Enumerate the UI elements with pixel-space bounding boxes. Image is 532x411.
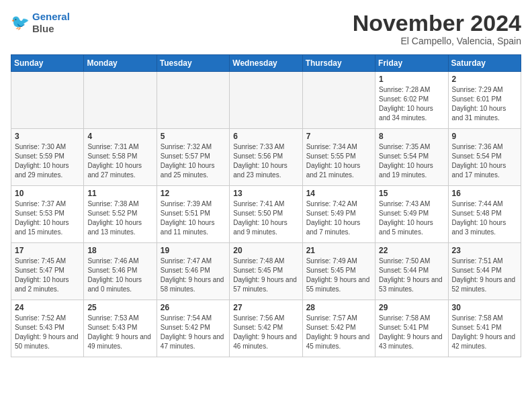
svg-text:🐦: 🐦	[11, 13, 30, 32]
calendar-week-row: 3Sunrise: 7:30 AMSunset: 5:59 PMDaylight…	[11, 129, 521, 186]
day-number: 9	[452, 132, 517, 141]
day-info: Sunrise: 7:30 AMSunset: 5:59 PMDaylight:…	[15, 142, 80, 180]
day-info: Sunrise: 7:36 AMSunset: 5:54 PMDaylight:…	[452, 142, 517, 180]
weekday-header-cell: Sunday	[11, 55, 84, 72]
calendar-cell: 6Sunrise: 7:33 AMSunset: 5:56 PMDaylight…	[230, 129, 302, 186]
day-number: 13	[233, 189, 298, 198]
calendar-cell: 17Sunrise: 7:45 AMSunset: 5:47 PMDayligh…	[11, 243, 84, 300]
day-number: 30	[452, 303, 517, 312]
day-number: 14	[306, 189, 371, 198]
day-number: 18	[87, 246, 152, 255]
month-title: November 2024	[353, 11, 521, 36]
day-info: Sunrise: 7:54 AMSunset: 5:42 PMDaylight:…	[161, 314, 226, 351]
calendar-cell: 9Sunrise: 7:36 AMSunset: 5:54 PMDaylight…	[448, 129, 521, 186]
day-info: Sunrise: 7:31 AMSunset: 5:58 PMDaylight:…	[87, 142, 152, 180]
day-info: Sunrise: 7:33 AMSunset: 5:56 PMDaylight:…	[233, 142, 298, 180]
day-number: 6	[233, 132, 298, 141]
day-number: 27	[233, 303, 298, 312]
calendar-cell: 29Sunrise: 7:58 AMSunset: 5:41 PMDayligh…	[375, 300, 448, 357]
day-info: Sunrise: 7:32 AMSunset: 5:57 PMDaylight:…	[161, 142, 226, 180]
calendar-week-row: 24Sunrise: 7:52 AMSunset: 5:43 PMDayligh…	[11, 300, 521, 357]
day-info: Sunrise: 7:47 AMSunset: 5:46 PMDaylight:…	[161, 257, 226, 294]
day-number: 29	[379, 303, 444, 312]
day-info: Sunrise: 7:49 AMSunset: 5:45 PMDaylight:…	[306, 257, 371, 294]
calendar-cell	[230, 72, 302, 129]
day-number: 17	[15, 246, 80, 255]
day-info: Sunrise: 7:58 AMSunset: 5:41 PMDaylight:…	[452, 314, 517, 351]
day-number: 20	[233, 246, 298, 255]
weekday-header-cell: Monday	[84, 55, 157, 72]
day-info: Sunrise: 7:45 AMSunset: 5:47 PMDaylight:…	[15, 257, 80, 294]
calendar-cell	[84, 72, 157, 129]
day-number: 22	[379, 246, 444, 255]
day-info: Sunrise: 7:58 AMSunset: 5:41 PMDaylight:…	[379, 314, 444, 351]
day-number: 1	[379, 75, 444, 84]
day-info: Sunrise: 7:35 AMSunset: 5:54 PMDaylight:…	[379, 142, 444, 180]
title-area: November 2024 El Campello, Valencia, Spa…	[353, 11, 521, 46]
day-info: Sunrise: 7:52 AMSunset: 5:43 PMDaylight:…	[15, 314, 80, 351]
logo-text: General Blue	[32, 11, 70, 35]
day-info: Sunrise: 7:41 AMSunset: 5:50 PMDaylight:…	[233, 199, 298, 237]
day-number: 7	[306, 132, 371, 141]
calendar-cell: 19Sunrise: 7:47 AMSunset: 5:46 PMDayligh…	[157, 243, 229, 300]
day-number: 4	[87, 132, 152, 141]
calendar-cell: 22Sunrise: 7:50 AMSunset: 5:44 PMDayligh…	[375, 243, 448, 300]
location-title: El Campello, Valencia, Spain	[353, 36, 521, 46]
calendar-cell: 18Sunrise: 7:46 AMSunset: 5:46 PMDayligh…	[84, 243, 157, 300]
calendar-cell: 4Sunrise: 7:31 AMSunset: 5:58 PMDaylight…	[84, 129, 157, 186]
calendar-cell	[302, 72, 375, 129]
calendar-cell: 26Sunrise: 7:54 AMSunset: 5:42 PMDayligh…	[157, 300, 229, 357]
day-info: Sunrise: 7:51 AMSunset: 5:44 PMDaylight:…	[452, 257, 517, 294]
day-number: 10	[15, 189, 80, 198]
calendar-body: 1Sunrise: 7:28 AMSunset: 6:02 PMDaylight…	[11, 72, 521, 357]
calendar-cell: 15Sunrise: 7:43 AMSunset: 5:49 PMDayligh…	[375, 186, 448, 243]
logo-icon: 🐦	[11, 13, 30, 32]
calendar-cell: 5Sunrise: 7:32 AMSunset: 5:57 PMDaylight…	[157, 129, 229, 186]
day-number: 21	[306, 246, 371, 255]
calendar-cell: 14Sunrise: 7:42 AMSunset: 5:49 PMDayligh…	[302, 186, 375, 243]
weekday-header-cell: Friday	[375, 55, 448, 72]
calendar-cell: 30Sunrise: 7:58 AMSunset: 5:41 PMDayligh…	[448, 300, 521, 357]
day-info: Sunrise: 7:56 AMSunset: 5:42 PMDaylight:…	[233, 314, 298, 351]
day-info: Sunrise: 7:57 AMSunset: 5:42 PMDaylight:…	[306, 314, 371, 351]
day-number: 24	[15, 303, 80, 312]
weekday-header-cell: Wednesday	[230, 55, 302, 72]
day-info: Sunrise: 7:37 AMSunset: 5:53 PMDaylight:…	[15, 199, 80, 237]
day-info: Sunrise: 7:38 AMSunset: 5:52 PMDaylight:…	[87, 199, 152, 237]
day-info: Sunrise: 7:50 AMSunset: 5:44 PMDaylight:…	[379, 257, 444, 294]
calendar-week-row: 10Sunrise: 7:37 AMSunset: 5:53 PMDayligh…	[11, 186, 521, 243]
day-number: 2	[452, 75, 517, 84]
day-number: 19	[161, 246, 226, 255]
calendar-cell: 27Sunrise: 7:56 AMSunset: 5:42 PMDayligh…	[230, 300, 302, 357]
day-info: Sunrise: 7:48 AMSunset: 5:45 PMDaylight:…	[233, 257, 298, 294]
calendar-cell: 20Sunrise: 7:48 AMSunset: 5:45 PMDayligh…	[230, 243, 302, 300]
day-number: 11	[87, 189, 152, 198]
day-number: 16	[452, 189, 517, 198]
day-number: 28	[306, 303, 371, 312]
calendar-cell: 12Sunrise: 7:39 AMSunset: 5:51 PMDayligh…	[157, 186, 229, 243]
day-number: 15	[379, 189, 444, 198]
calendar-table: SundayMondayTuesdayWednesdayThursdayFrid…	[11, 54, 521, 357]
day-info: Sunrise: 7:46 AMSunset: 5:46 PMDaylight:…	[87, 257, 152, 294]
day-info: Sunrise: 7:29 AMSunset: 6:01 PMDaylight:…	[452, 85, 517, 123]
weekday-header-cell: Tuesday	[157, 55, 229, 72]
calendar-cell: 2Sunrise: 7:29 AMSunset: 6:01 PMDaylight…	[448, 72, 521, 129]
calendar-cell: 23Sunrise: 7:51 AMSunset: 5:44 PMDayligh…	[448, 243, 521, 300]
day-info: Sunrise: 7:44 AMSunset: 5:48 PMDaylight:…	[452, 199, 517, 237]
day-info: Sunrise: 7:43 AMSunset: 5:49 PMDaylight:…	[379, 199, 444, 237]
calendar-cell: 21Sunrise: 7:49 AMSunset: 5:45 PMDayligh…	[302, 243, 375, 300]
day-number: 12	[161, 189, 226, 198]
calendar-cell	[11, 72, 84, 129]
day-info: Sunrise: 7:42 AMSunset: 5:49 PMDaylight:…	[306, 199, 371, 237]
calendar-cell: 7Sunrise: 7:34 AMSunset: 5:55 PMDaylight…	[302, 129, 375, 186]
calendar-week-row: 1Sunrise: 7:28 AMSunset: 6:02 PMDaylight…	[11, 72, 521, 129]
day-info: Sunrise: 7:53 AMSunset: 5:43 PMDaylight:…	[87, 314, 152, 351]
calendar-cell: 28Sunrise: 7:57 AMSunset: 5:42 PMDayligh…	[302, 300, 375, 357]
day-info: Sunrise: 7:39 AMSunset: 5:51 PMDaylight:…	[161, 199, 226, 237]
day-number: 8	[379, 132, 444, 141]
calendar-cell: 3Sunrise: 7:30 AMSunset: 5:59 PMDaylight…	[11, 129, 84, 186]
weekday-header-row: SundayMondayTuesdayWednesdayThursdayFrid…	[11, 55, 521, 72]
weekday-header-cell: Thursday	[302, 55, 375, 72]
calendar-cell: 10Sunrise: 7:37 AMSunset: 5:53 PMDayligh…	[11, 186, 84, 243]
logo: 🐦 General Blue	[11, 11, 70, 35]
